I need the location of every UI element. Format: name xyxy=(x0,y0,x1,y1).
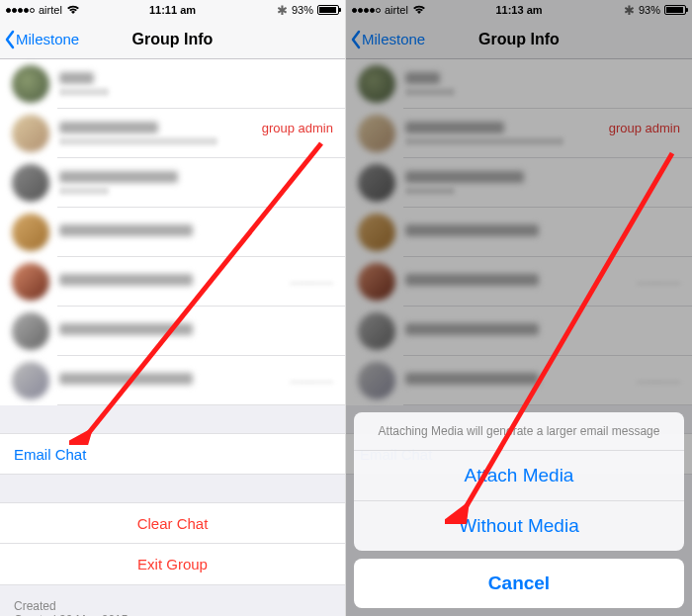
back-button[interactable]: Milestone xyxy=(346,30,425,49)
action-sheet: Attaching Media will generate a larger e… xyxy=(354,412,684,608)
clear-chat-button[interactable]: Clear Chat xyxy=(0,502,345,544)
list-item[interactable]: ______ xyxy=(0,356,345,405)
avatar xyxy=(358,65,395,103)
member-status xyxy=(405,187,455,195)
member-status xyxy=(59,137,217,145)
list-item[interactable] xyxy=(346,307,692,356)
member-name xyxy=(59,224,193,236)
avatar xyxy=(358,362,395,399)
clock-label: 11:11 am xyxy=(149,4,196,16)
back-button[interactable]: Milestone xyxy=(0,30,79,49)
list-item[interactable] xyxy=(0,208,345,257)
status-bar: airtel 11:13 am ✱ 93% xyxy=(346,0,692,20)
list-item[interactable]: ______ xyxy=(346,257,692,307)
avatar xyxy=(12,115,49,152)
member-name xyxy=(59,323,193,335)
bluetooth-icon: ✱ xyxy=(277,3,288,18)
list-item[interactable] xyxy=(0,59,345,109)
avatar xyxy=(358,164,395,202)
battery-icon xyxy=(317,5,339,15)
list-item[interactable]: ______ xyxy=(0,257,345,307)
member-status xyxy=(59,187,109,195)
chevron-left-icon xyxy=(350,30,362,49)
member-name xyxy=(405,122,504,133)
member-list: group admin ______ xyxy=(346,59,692,405)
back-label: Milestone xyxy=(16,31,79,47)
avatar xyxy=(358,263,395,301)
avatar xyxy=(12,214,49,251)
member-name xyxy=(405,274,539,286)
section-spacer xyxy=(0,585,345,593)
role-badge: ______ xyxy=(291,269,333,284)
admin-badge: group admin xyxy=(262,121,333,135)
clock-label: 11:13 am xyxy=(495,4,542,16)
avatar xyxy=(358,115,395,152)
list-item[interactable] xyxy=(346,208,692,257)
role-badge: ______ xyxy=(291,368,333,383)
phone-screen-right: airtel 11:13 am ✱ 93% Milestone Group In… xyxy=(346,0,692,616)
member-name xyxy=(59,171,178,183)
nav-bar: Milestone Group Info xyxy=(346,20,692,59)
member-list: group admin ______ xyxy=(0,59,345,405)
member-name xyxy=(405,72,440,84)
phone-screen-left: airtel 11:11 am ✱ 93% Milestone Group In… xyxy=(0,0,346,616)
member-status xyxy=(405,88,455,96)
member-name xyxy=(59,274,193,286)
member-status xyxy=(59,88,109,96)
attach-media-button[interactable]: Attach Media xyxy=(354,451,684,501)
email-chat-button[interactable]: Email Chat xyxy=(0,433,345,475)
list-item[interactable] xyxy=(0,158,345,208)
battery-pct-label: 93% xyxy=(639,4,660,16)
member-status xyxy=(405,137,563,145)
created-footer: Created Created 30 May 2015. xyxy=(0,593,345,616)
battery-pct-label: 93% xyxy=(292,4,313,16)
signal-dots-icon xyxy=(352,8,381,13)
member-name xyxy=(59,122,158,133)
list-item[interactable]: ______ xyxy=(346,356,692,405)
bluetooth-icon: ✱ xyxy=(624,3,635,18)
status-bar: airtel 11:11 am ✱ 93% xyxy=(0,0,345,20)
page-title: Group Info xyxy=(478,31,560,48)
avatar xyxy=(12,362,49,399)
member-name xyxy=(59,72,94,84)
member-name xyxy=(405,323,539,335)
list-item[interactable] xyxy=(0,307,345,356)
avatar xyxy=(358,312,395,350)
carrier-label: airtel xyxy=(385,4,408,16)
list-item[interactable]: group admin xyxy=(346,109,692,158)
section-spacer xyxy=(0,405,345,433)
page-title: Group Info xyxy=(132,31,214,48)
member-name xyxy=(405,373,539,385)
battery-icon xyxy=(664,5,686,15)
wifi-icon xyxy=(412,5,426,15)
avatar xyxy=(12,312,49,350)
signal-dots-icon xyxy=(6,8,35,13)
cell-label: Exit Group xyxy=(137,556,208,572)
created-label: Created xyxy=(14,599,331,613)
exit-group-button[interactable]: Exit Group xyxy=(0,544,345,585)
avatar xyxy=(12,164,49,202)
sheet-message: Attaching Media will generate a larger e… xyxy=(354,412,684,451)
cancel-button[interactable]: Cancel xyxy=(354,559,684,608)
admin-badge: group admin xyxy=(609,121,680,135)
avatar xyxy=(358,214,395,251)
role-badge: ______ xyxy=(638,368,680,383)
wifi-icon xyxy=(66,5,80,15)
nav-bar: Milestone Group Info xyxy=(0,20,345,59)
list-item[interactable] xyxy=(346,158,692,208)
cell-label: Email Chat xyxy=(14,446,86,463)
list-item[interactable] xyxy=(346,59,692,109)
cell-label: Clear Chat xyxy=(137,515,209,532)
chevron-left-icon xyxy=(4,30,16,49)
list-item[interactable]: group admin xyxy=(0,109,345,158)
role-badge: ______ xyxy=(638,269,680,284)
section-spacer xyxy=(0,475,345,502)
member-name xyxy=(59,373,193,385)
member-name xyxy=(405,224,539,236)
without-media-button[interactable]: Without Media xyxy=(354,501,684,551)
avatar xyxy=(12,263,49,301)
back-label: Milestone xyxy=(362,31,425,47)
avatar xyxy=(12,65,49,103)
member-name xyxy=(405,171,524,183)
carrier-label: airtel xyxy=(39,4,62,16)
